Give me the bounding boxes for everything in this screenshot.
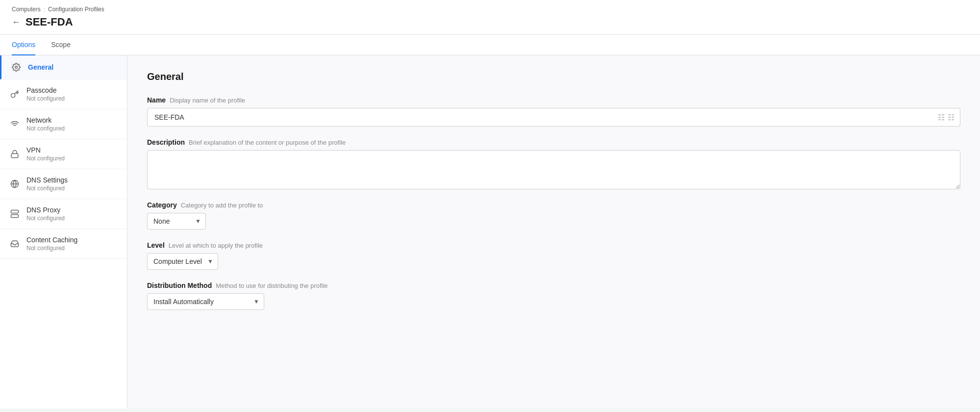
breadcrumb-config-profiles[interactable]: Configuration Profiles: [48, 6, 104, 13]
breadcrumb-computers[interactable]: Computers: [12, 6, 41, 13]
sidebar-item-content-caching[interactable]: Content Caching Not configured: [0, 229, 127, 259]
inbox-icon: [10, 239, 20, 249]
sidebar-item-dns-proxy[interactable]: DNS Proxy Not configured: [0, 199, 127, 229]
level-select-wrapper: Computer Level User Level ▼: [147, 253, 218, 270]
svg-rect-2: [11, 154, 18, 157]
sidebar-general-name: General: [28, 63, 53, 71]
name-input-icons: ☷ ☷: [938, 113, 955, 122]
category-select-wrapper: None ▼: [147, 213, 206, 230]
category-select[interactable]: None: [147, 213, 206, 230]
svg-point-0: [15, 66, 18, 69]
sidebar-dns-proxy-name: DNS Proxy: [26, 206, 65, 214]
distribution-select[interactable]: Install Automatically Make Available in …: [147, 293, 264, 310]
tabs-bar: Options Scope: [0, 35, 980, 55]
name-input[interactable]: [147, 108, 960, 127]
description-label: Description: [147, 138, 185, 146]
sidebar-vpn-text: VPN Not configured: [26, 146, 65, 162]
distribution-field-group: Distribution Method Method to use for di…: [147, 282, 960, 310]
breadcrumb: Computers : Configuration Profiles: [12, 6, 968, 13]
category-label-row: Category Category to add the profile to: [147, 201, 960, 209]
lock-icon: [10, 149, 20, 159]
sidebar-network-status: Not configured: [26, 125, 65, 132]
svg-rect-5: [11, 210, 19, 213]
tab-options[interactable]: Options: [12, 35, 35, 55]
globe-icon: [10, 179, 20, 189]
breadcrumb-separator: :: [44, 6, 45, 13]
sidebar-content-caching-text: Content Caching Not configured: [26, 236, 77, 252]
header: Computers : Configuration Profiles ← SEE…: [0, 0, 980, 35]
category-hint: Category to add the profile to: [181, 202, 263, 209]
distribution-hint: Method to use for distributing the profi…: [216, 282, 327, 289]
svg-rect-6: [11, 215, 19, 218]
level-label-row: Level Level at which to apply the profil…: [147, 241, 960, 249]
name-input-wrapper: ☷ ☷: [147, 108, 960, 127]
sidebar-network-text: Network Not configured: [26, 116, 65, 132]
level-label: Level: [147, 241, 165, 249]
section-title: General: [147, 71, 960, 82]
back-button[interactable]: ←: [12, 17, 21, 27]
sidebar-dns-settings-text: DNS Settings Not configured: [26, 176, 68, 192]
server-icon: [10, 209, 20, 219]
sidebar-dns-proxy-text: DNS Proxy Not configured: [26, 206, 65, 222]
page-title: SEE-FDA: [25, 16, 73, 28]
main-content: General Name Display name of the profile…: [127, 55, 980, 409]
description-label-row: Description Brief explanation of the con…: [147, 138, 960, 146]
main-layout: General Passcode Not configured: [0, 55, 980, 409]
key-icon: [10, 89, 20, 99]
category-field-group: Category Category to add the profile to …: [147, 201, 960, 230]
sidebar-item-dns-settings[interactable]: DNS Settings Not configured: [0, 169, 127, 199]
list-icon: ☷: [938, 113, 945, 122]
name-label-row: Name Display name of the profile: [147, 96, 960, 104]
sidebar-dns-settings-name: DNS Settings: [26, 176, 68, 184]
sidebar: General Passcode Not configured: [0, 55, 127, 409]
sidebar-passcode-name: Passcode: [26, 86, 65, 94]
sidebar-dns-proxy-status: Not configured: [26, 215, 65, 222]
level-field-group: Level Level at which to apply the profil…: [147, 241, 960, 270]
sidebar-item-passcode[interactable]: Passcode Not configured: [0, 79, 127, 109]
name-label: Name: [147, 96, 166, 104]
name-hint: Display name of the profile: [170, 97, 245, 104]
level-select[interactable]: Computer Level User Level: [147, 253, 218, 270]
sidebar-item-general[interactable]: General: [0, 55, 127, 79]
sidebar-item-vpn[interactable]: VPN Not configured: [0, 139, 127, 169]
sidebar-content-caching-status: Not configured: [26, 245, 77, 252]
sidebar-dns-settings-status: Not configured: [26, 185, 68, 192]
wifi-icon: [10, 119, 20, 129]
sidebar-vpn-status: Not configured: [26, 155, 65, 162]
sidebar-passcode-status: Not configured: [26, 95, 65, 102]
description-input[interactable]: [147, 150, 960, 189]
name-field-group: Name Display name of the profile ☷ ☷: [147, 96, 960, 127]
tab-scope[interactable]: Scope: [51, 35, 71, 55]
level-hint: Level at which to apply the profile: [169, 242, 263, 249]
sidebar-item-network[interactable]: Network Not configured: [0, 109, 127, 139]
sidebar-vpn-name: VPN: [26, 146, 65, 154]
distribution-label-row: Distribution Method Method to use for di…: [147, 282, 960, 289]
page-title-row: ← SEE-FDA: [12, 16, 968, 34]
description-hint: Brief explanation of the content or purp…: [189, 139, 346, 146]
distribution-label: Distribution Method: [147, 282, 212, 289]
sidebar-content-caching-name: Content Caching: [26, 236, 77, 244]
sidebar-general-text: General: [28, 63, 53, 71]
category-label: Category: [147, 201, 177, 209]
sidebar-network-name: Network: [26, 116, 65, 124]
gear-icon: [11, 62, 21, 72]
sidebar-passcode-text: Passcode Not configured: [26, 86, 65, 102]
description-field-group: Description Brief explanation of the con…: [147, 138, 960, 189]
distribution-select-wrapper: Install Automatically Make Available in …: [147, 293, 264, 310]
grid-icon: ☷: [948, 113, 955, 122]
